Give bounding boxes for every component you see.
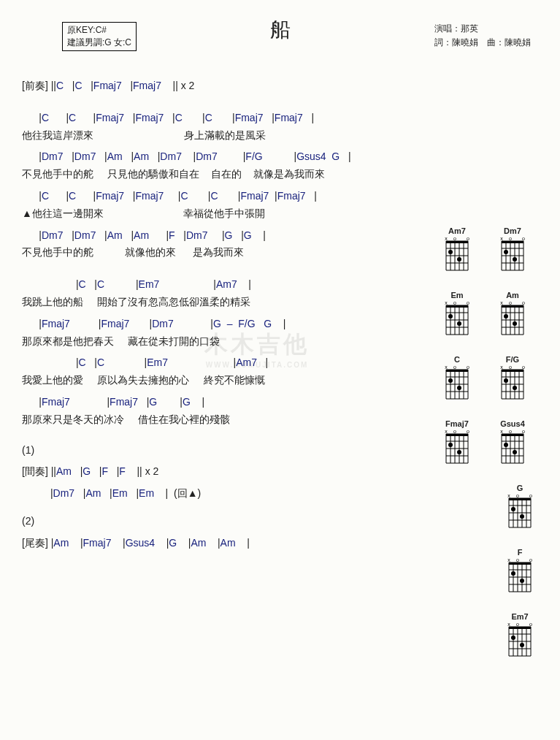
credit-singer: 演唱：那英 [434,22,531,36]
chord-name: F [502,548,538,557]
svg-point-80 [448,378,453,383]
svg-point-13 [457,257,461,262]
chord-name: Am7 [439,226,475,235]
chord-diagram-f-g: F/Gxoo [494,355,531,406]
chord-diagram-am7: Am7xoo [439,226,475,278]
svg-text:o: o [453,237,456,241]
svg-point-97 [504,378,508,383]
svg-text:o: o [522,365,525,370]
svg-point-81 [457,386,461,390]
chord-diagram-fmaj7: Fmaj7xoo [439,419,475,470]
ch-lyrics-2: 那原來都是他把春天 藏在從未打開的口袋 [22,333,421,351]
svg-text:o: o [522,430,525,434]
svg-text:x: x [445,365,448,370]
svg-point-131 [504,443,508,447]
svg-point-12 [448,250,453,254]
chord-name: Fmaj7 [439,419,475,428]
svg-text:o: o [467,237,469,241]
svg-text:x: x [500,430,503,434]
chord-name: F/G [494,355,531,364]
inter-2: |Dm7 |Am |Em |Em | (回▲) [22,485,421,503]
svg-text:o: o [522,237,525,241]
intro-line: [前奏] ||C |C |Fmaj7 |Fmaj7 || x 2 [22,77,421,95]
svg-text:o: o [529,494,532,498]
credit-writer: 詞：陳曉娟 曲：陳曉娟 [434,36,531,50]
svg-text:x: x [500,301,503,305]
chord-diagram-gsus4: Gsus4xoo [494,419,531,470]
chord-name: Gsus4 [494,419,531,428]
chord-diagram-column: Am7xooDm7xooEmxooAmxooCxooF/GxooFmaj7xoo… [429,73,538,663]
svg-text:x: x [445,301,448,305]
chord-diagram-dm7: Dm7xoo [494,226,531,278]
v1-lyrics-4: 不見他手中的舵 就像他的來 是為我而來 [22,244,421,262]
ch-chords-2: |Fmaj7 |Fmaj7 |Dm7 |G – F/G G | [22,316,421,333]
svg-text:x: x [507,494,510,498]
svg-text:x: x [500,365,503,370]
chord-diagram-em: Emxoo [439,291,475,342]
ch-lyrics-3: 我愛上他的愛 原以為失去擁抱的心 終究不能慷慨 [22,372,421,389]
v1-chords-4: |Dm7 |Dm7 |Am |Am |F |Dm7 |G |G | [22,227,421,245]
svg-text:o: o [453,301,456,305]
svg-text:o: o [516,622,519,627]
svg-point-149 [520,514,524,519]
svg-text:o: o [453,365,456,370]
svg-point-29 [504,250,508,254]
v1-chords-3: |C |C |Fmaj7 |Fmaj7 |C |C |Fmaj7 |Fmaj7 … [22,188,421,205]
svg-point-183 [520,643,524,647]
svg-point-98 [513,386,517,390]
chord-diagram-c: Cxoo [439,355,475,406]
key-box: 原KEY:C# 建議男調:G 女:C [62,22,137,51]
lyrics-column: [前奏] ||C |C |Fmaj7 |Fmaj7 || x 2 |C |C |… [22,73,429,663]
ch-lyrics-4: 那原來只是冬天的冰冷 借住在我心裡的殘骸 [22,411,421,429]
svg-point-30 [513,257,517,262]
header: 原KEY:C# 建議男調:G 女:C 船 演唱：那英 詞：陳曉娟 曲：陳曉娟 [22,15,538,73]
chord-name: C [439,355,475,364]
outro-line: [尾奏] |Am |Fmaj7 |Gsus4 |G |Am |Am | [22,535,421,552]
original-key: 原KEY:C# [67,24,131,37]
svg-text:o: o [509,365,512,370]
chord-diagram-em7: Em7xoo [502,612,538,663]
svg-text:o: o [453,430,456,434]
svg-point-114 [448,443,453,447]
svg-text:o: o [467,301,469,305]
svg-point-166 [520,579,524,583]
svg-point-47 [457,321,461,326]
ch-lyrics-1: 我跳上他的船 開始了沒有忽高忽低卻溫柔的精采 [22,294,421,311]
svg-point-64 [513,321,517,326]
svg-point-46 [448,314,453,318]
chord-sheet-page: 原KEY:C# 建議男調:G 女:C 船 演唱：那英 詞：陳曉娟 曲：陳曉娟 木… [0,0,560,740]
svg-point-63 [504,314,508,318]
chord-name: Em7 [502,612,538,621]
svg-point-132 [513,450,517,454]
svg-text:o: o [509,237,512,241]
svg-text:x: x [507,558,510,562]
v1-chords-1: |C |C |Fmaj7 |Fmaj7 |C |C |Fmaj7 |Fmaj7 … [22,110,421,127]
svg-point-182 [511,636,515,640]
chord-diagram-am: Amxoo [494,291,531,342]
svg-text:o: o [509,430,512,434]
svg-text:o: o [516,558,519,562]
v1-chords-2: |Dm7 |Dm7 |Am |Am |Dm7 |Dm7 |F/G |Gsus4 … [22,148,421,166]
v1-lyrics-2: 不見他手中的舵 只見他的驕傲和自在 自在的 就像是為我而來 [22,166,421,183]
svg-text:o: o [529,622,532,627]
svg-text:x: x [445,237,448,241]
marker-2: (2) [22,513,421,530]
v1-lyrics-3: ▲他往這一邊開來 幸福從他手中張開 [22,205,421,223]
chord-name: Am [494,291,531,300]
svg-point-148 [511,507,515,511]
svg-text:x: x [500,237,503,241]
ch-chords-3: |C |C |Em7 |Am7 | [22,354,421,372]
svg-point-115 [457,450,461,454]
svg-text:o: o [529,558,532,562]
chord-diagram-f: Fxoo [502,548,538,599]
svg-text:o: o [522,301,525,305]
ch-chords-1: |C |C |Em7 |Am7 | [22,276,421,294]
ch-chords-4: |Fmaj7 |Fmaj7 |G |G | [22,394,421,411]
chord-name: Dm7 [494,226,531,235]
svg-text:o: o [516,494,519,498]
chord-name: G [502,484,538,492]
svg-text:x: x [507,622,510,627]
credits: 演唱：那英 詞：陳曉娟 曲：陳曉娟 [434,22,531,50]
svg-text:o: o [467,365,469,370]
chord-diagram-g: Gxoo [502,484,538,535]
